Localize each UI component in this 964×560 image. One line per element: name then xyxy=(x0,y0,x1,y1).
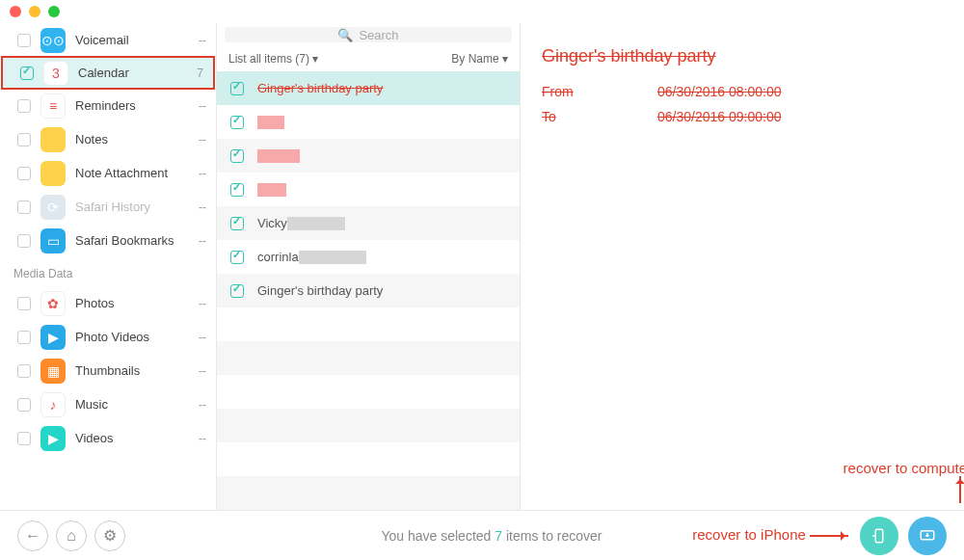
list-row-empty xyxy=(217,476,520,510)
sidebar-item-count: -- xyxy=(199,398,206,412)
sidebar-item-safari-history[interactable]: ⟳Safari History-- xyxy=(0,190,216,224)
search-placeholder: Search xyxy=(359,28,398,42)
detail-to-label: To xyxy=(542,109,657,124)
category-icon: ▦ xyxy=(40,359,66,384)
row-checkbox[interactable] xyxy=(230,284,244,298)
maximize-window[interactable] xyxy=(48,6,60,17)
sidebar-checkbox[interactable] xyxy=(17,297,31,310)
sidebar-checkbox[interactable] xyxy=(17,364,31,378)
category-icon: ▶ xyxy=(40,325,66,350)
sidebar-item-safari-bookmarks[interactable]: ▭Safari Bookmarks-- xyxy=(0,224,216,257)
sidebar-checkbox[interactable] xyxy=(17,34,31,47)
row-checkbox[interactable] xyxy=(230,82,244,95)
list-row[interactable] xyxy=(217,105,520,139)
category-icon: ▶ xyxy=(40,426,66,451)
sidebar-item-label: Safari Bookmarks xyxy=(75,233,199,248)
censored-text xyxy=(257,116,284,129)
recover-to-iphone-button[interactable] xyxy=(860,517,898,555)
sidebar-checkbox[interactable] xyxy=(17,398,31,412)
list-row-empty xyxy=(217,409,520,442)
sidebar-item-label: Reminders xyxy=(75,98,199,113)
sidebar-item-count: -- xyxy=(199,34,206,47)
row-checkbox[interactable] xyxy=(230,251,244,264)
list-filter-dropdown[interactable]: List all items (7) ▾ xyxy=(228,52,318,66)
category-icon xyxy=(40,127,66,152)
sidebar-item-photos[interactable]: ✿Photos-- xyxy=(0,286,216,320)
censored-text xyxy=(287,217,345,230)
sidebar-item-count: -- xyxy=(199,297,206,310)
sidebar-item-notes[interactable]: Notes-- xyxy=(0,122,216,156)
sidebar-item-label: Notes xyxy=(75,132,199,147)
list-row[interactable]: Ginger's birthday party xyxy=(217,71,520,105)
download-icon xyxy=(919,527,936,545)
list-row[interactable]: Ginger's birthday party xyxy=(217,274,520,307)
sidebar-item-label: Calendar xyxy=(78,66,197,80)
home-button[interactable]: ⌂ xyxy=(56,520,87,551)
sidebar: ⊙⊙Voicemail--3Calendar7≡Reminders--Notes… xyxy=(0,23,217,510)
category-icon: 3 xyxy=(43,61,68,86)
row-checkbox[interactable] xyxy=(230,217,244,230)
sidebar-checkbox[interactable] xyxy=(17,99,31,113)
list-row[interactable]: corrinla xyxy=(217,240,520,274)
sidebar-item-count: -- xyxy=(199,234,206,248)
sidebar-item-label: Voicemail xyxy=(75,33,199,47)
sidebar-item-count: -- xyxy=(199,133,206,147)
recover-to-computer-button[interactable] xyxy=(908,517,947,555)
category-icon: ♪ xyxy=(40,392,66,417)
sidebar-item-label: Photo Videos xyxy=(75,330,199,344)
sidebar-item-reminders[interactable]: ≡Reminders-- xyxy=(0,89,216,122)
detail-from-label: From xyxy=(542,84,657,99)
sidebar-checkbox[interactable] xyxy=(17,234,31,248)
list-row-empty xyxy=(217,442,520,476)
category-icon: ✿ xyxy=(40,291,66,316)
censored-text xyxy=(299,251,366,264)
censored-text xyxy=(257,149,300,163)
row-checkbox[interactable] xyxy=(230,183,244,197)
sidebar-checkbox[interactable] xyxy=(17,200,31,214)
category-icon xyxy=(40,161,66,186)
sidebar-item-label: Music xyxy=(75,397,199,412)
row-checkbox[interactable] xyxy=(230,149,244,163)
sidebar-item-count: -- xyxy=(199,200,206,214)
list-row-empty xyxy=(217,307,520,341)
footer: ← ⌂ ⚙ You have selected 7 items to recov… xyxy=(0,510,964,560)
close-window[interactable] xyxy=(10,6,21,17)
footer-status: You have selected 7 items to recover xyxy=(133,528,850,544)
row-text: Ginger's birthday party xyxy=(257,81,383,95)
sidebar-item-note-attachment[interactable]: Note Attachment-- xyxy=(0,156,216,190)
phone-icon xyxy=(870,527,888,545)
row-checkbox[interactable] xyxy=(230,116,244,129)
sidebar-item-videos[interactable]: ▶Videos-- xyxy=(0,421,216,455)
list-sort-dropdown[interactable]: By Name ▾ xyxy=(451,52,508,66)
sidebar-item-voicemail[interactable]: ⊙⊙Voicemail-- xyxy=(0,23,216,57)
category-icon: ≡ xyxy=(40,93,66,119)
list-row[interactable] xyxy=(217,139,520,173)
list-row-empty xyxy=(217,375,520,409)
search-input[interactable]: 🔍 Search xyxy=(225,27,512,42)
sidebar-item-music[interactable]: ♪Music-- xyxy=(0,387,216,421)
sidebar-item-label: Safari History xyxy=(75,200,199,214)
sidebar-item-label: Videos xyxy=(75,431,199,445)
sidebar-item-thumbnails[interactable]: ▦Thumbnails-- xyxy=(0,354,216,387)
sidebar-item-calendar[interactable]: 3Calendar7 xyxy=(1,56,215,90)
sidebar-checkbox[interactable] xyxy=(17,331,31,344)
back-button[interactable]: ← xyxy=(17,520,48,551)
censored-text xyxy=(257,183,286,197)
annotation-recover-computer: recover to computer xyxy=(844,460,964,506)
row-text: corrinla xyxy=(257,250,299,264)
sidebar-item-photo-videos[interactable]: ▶Photo Videos-- xyxy=(0,320,216,354)
item-list-panel: 🔍 Search List all items (7) ▾ By Name ▾ … xyxy=(217,23,521,510)
list-row[interactable] xyxy=(217,173,520,206)
sidebar-checkbox[interactable] xyxy=(17,133,31,147)
list-row[interactable]: Vicky xyxy=(217,206,520,240)
detail-title: Ginger's birthday party xyxy=(542,46,943,67)
detail-panel: Ginger's birthday party From 06/30/2016 … xyxy=(521,23,964,510)
sidebar-checkbox[interactable] xyxy=(17,432,31,445)
settings-button[interactable]: ⚙ xyxy=(94,520,125,551)
row-text: Vicky xyxy=(257,216,287,230)
sidebar-checkbox[interactable] xyxy=(20,67,34,80)
sidebar-item-label: Note Attachment xyxy=(75,166,199,180)
sidebar-checkbox[interactable] xyxy=(17,167,31,180)
minimize-window[interactable] xyxy=(29,6,40,17)
sidebar-item-count: -- xyxy=(199,432,206,445)
